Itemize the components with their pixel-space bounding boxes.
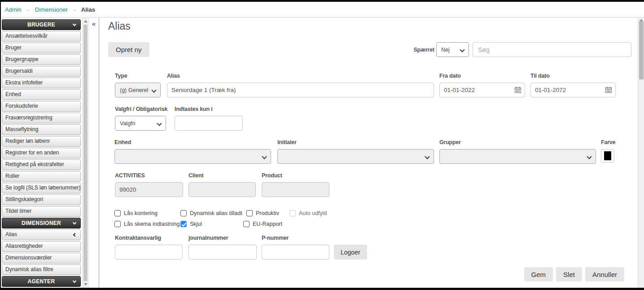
checkbox-produktiv[interactable]: Produktiv [246,210,279,216]
sidebar-item[interactable]: Rettighed på ekstrafelter [2,159,81,170]
sidebar-item-label: Brugergruppe [5,56,38,62]
main-scrollbar-thumb[interactable] [639,21,644,79]
sidebar-item[interactable]: Registrer for en anden [2,148,81,158]
alias-input[interactable] [167,83,434,97]
unit-select[interactable] [114,149,271,164]
client-input[interactable] [188,182,256,197]
search-input[interactable] [473,42,631,57]
toolbar-right: Spærret Nej [413,42,631,57]
calendar-icon[interactable] [605,87,612,95]
section-label: DIMENSIONER [22,220,61,226]
blocked-select-value: Nej [441,47,450,53]
checkbox-box [180,221,187,227]
groups-select[interactable] [439,149,596,164]
checkbox-dynamisk-alias-tilladt[interactable]: Dynamisk alias tilladt [180,210,242,216]
create-new-button[interactable]: Opret ny [108,42,149,57]
product-field-group: Product [262,172,329,197]
logos-button[interactable]: Logoer [334,245,367,259]
sidebar-item[interactable]: Dynamisk alias filtre [2,264,81,275]
color-swatch-button[interactable] [601,149,614,163]
unit-label: Enhed [114,139,271,145]
sidebar-section-brugere[interactable]: BRUGERE [2,19,81,30]
optional-select[interactable]: Valgfri [115,116,166,131]
journal-number-field-group: journalnummer [188,235,257,259]
from-date-label: Fra dato [439,73,525,79]
sidebar-item[interactable]: Masseflytning [2,124,81,135]
checkbox-box [180,210,187,216]
sidebar-item[interactable]: Alias [2,229,81,240]
to-date-input[interactable] [530,83,616,97]
cancel-button[interactable]: Annuller [585,267,624,281]
checkbox-laas-skema-indtastning[interactable]: Lås skema indtastning [114,221,180,227]
unit-field-group: Enhed [114,139,271,164]
activities-input[interactable] [115,182,183,197]
journal-number-input[interactable] [188,245,257,259]
checkbox-box [114,221,121,227]
calendar-icon[interactable] [515,87,521,95]
save-button[interactable]: Gem [524,267,553,281]
chevron-down-icon [73,221,76,224]
sidebar-item[interactable]: Enhed [2,89,81,100]
checkbox-laas-kontering[interactable]: Lås kontering [114,210,158,216]
contract-responsible-input[interactable] [115,245,183,259]
contract-responsible-field-group: Kontraktansvarlig [115,235,183,259]
breadcrumb-admin[interactable]: Admin [5,6,22,13]
optional-field-group: Valgfri / Obligatorisk Valgfri [115,106,166,131]
sidebar-item[interactable]: Ansættelsesvilkår [2,31,81,42]
initials-label: Initialer [277,139,434,145]
from-date-field-group: Fra dato [439,73,525,97]
scroll-up-icon[interactable] [84,20,88,22]
product-input[interactable] [262,182,329,197]
chevron-down-icon [73,279,76,283]
sidebar-item[interactable]: Se logfil (SLS løn løbenummer) [2,183,81,193]
optional-select-value: Valgfri [120,120,136,127]
delete-button[interactable]: Slet [556,267,582,281]
type-select[interactable]: (g) Generel [115,83,161,97]
blocked-label: Spærret [413,47,434,53]
sidebar-item[interactable]: Fraværsregistrering [2,113,81,123]
checkbox-eu-rapport[interactable]: EU-Rapport [243,221,282,227]
sidebar-section-agenter[interactable]: AGENTER [2,276,81,287]
sidebar-item[interactable]: Tildel timer [2,206,81,217]
sidebar-item[interactable]: Dimensionsværdier [2,253,81,264]
section-label: BRUGERE [27,22,55,28]
sidebar-item[interactable]: Ekstra infofelter [2,78,81,88]
checkbox-skjul[interactable]: Skjul [180,221,202,227]
sidebar-item[interactable]: Aliasrettigheder [2,241,81,252]
to-date-label: Til dato [530,73,616,79]
color-swatch [604,151,611,160]
sidebar-item-label: Registrer for en anden [5,149,59,156]
sidebar-item[interactable]: Brugergruppe [2,54,81,65]
collapse-sidebar-button[interactable]: « [89,20,99,27]
sidebar-item[interactable]: Rediger løn løbenr [2,136,81,147]
sidebar-item-label: Brugersaldi [5,68,33,74]
checkbox-label: EU-Rapport [253,221,282,227]
sidebar-scrollbar-thumb[interactable] [83,25,88,281]
checkbox-label: Auto udfyld [299,210,327,216]
activities-field-group: ACTIVITIES [115,172,183,197]
sidebar-section-dimensioner[interactable]: DIMENSIONER [2,218,81,228]
blocked-select[interactable]: Nej [436,42,469,57]
sidebar-item-label: Masseflytning [5,126,38,132]
sidebar-item[interactable]: Brugersaldi [2,66,81,77]
sidebar-scrollbar[interactable] [82,18,88,288]
entered-only-in-input[interactable] [175,116,243,131]
groups-label: Grupper [439,139,596,145]
sidebar-item[interactable]: Stillingskategori [2,194,81,205]
sidebar-item[interactable]: Bruger [2,43,81,53]
initials-select[interactable] [277,149,434,164]
checkbox-label: Dynamisk alias tilladt [190,210,242,216]
p-number-input[interactable] [262,245,329,259]
breadcrumb-dimensioner[interactable]: Dimensioner [35,6,68,13]
scroll-down-icon[interactable] [84,283,88,286]
to-date-field-group: Til dato [530,73,616,97]
sidebar-item[interactable]: Roller [2,171,81,182]
main-scrollbar[interactable] [638,18,644,288]
contract-responsible-label: Kontraktansvarlig [115,235,183,241]
content-area: BRUGERE Ansættelsesvilkår Bruger [1,18,644,288]
color-field-group: Farve [601,139,615,163]
from-date-input[interactable] [439,83,525,97]
app-window: Admin → Dimensioner → Alias BRUGERE Ansæ… [0,0,644,290]
breadcrumb: Admin → Dimensioner → Alias [1,2,644,18]
sidebar-item[interactable]: Forskudsferie [2,101,81,112]
